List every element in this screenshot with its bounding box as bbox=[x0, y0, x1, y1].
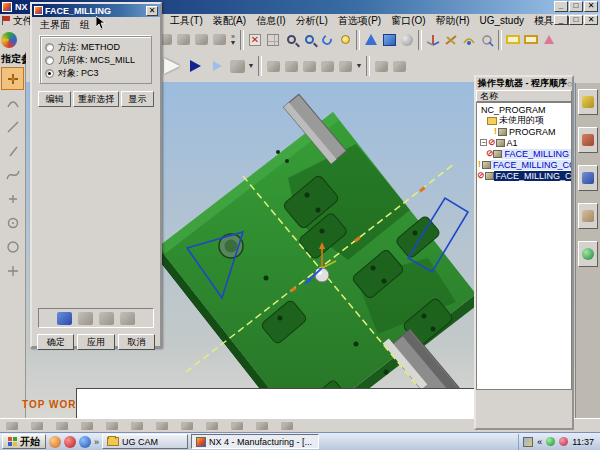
tab-main[interactable]: 主界面 bbox=[40, 18, 70, 32]
replay-icon[interactable] bbox=[78, 312, 93, 325]
new-part-icon[interactable] bbox=[0, 30, 18, 50]
status-icon[interactable] bbox=[6, 422, 18, 430]
tray-red-icon[interactable] bbox=[559, 437, 568, 446]
postprocess-icon[interactable] bbox=[390, 56, 408, 76]
radio-method[interactable]: 方法: METHOD bbox=[45, 41, 148, 54]
tree-item-face-milling[interactable]: ⊘ FACE_MILLING bbox=[477, 148, 571, 159]
toolbar-dropdown[interactable]: ▼ bbox=[246, 63, 256, 69]
mill-op-icon[interactable] bbox=[336, 56, 354, 76]
mill-op-icon[interactable] bbox=[264, 56, 282, 76]
taskbar-window-ugcam[interactable]: UG CAM bbox=[102, 434, 188, 449]
status-icon[interactable] bbox=[56, 422, 68, 430]
toolbar-icon[interactable] bbox=[174, 30, 192, 50]
tree-item-face-milling-co2[interactable]: ⊘ FACE_MILLING_CO bbox=[477, 170, 571, 181]
quick-launch-icon[interactable] bbox=[49, 436, 61, 448]
datum-icon[interactable] bbox=[442, 30, 460, 50]
menu-analysis[interactable]: 分析(L) bbox=[291, 14, 333, 28]
restore-button[interactable]: □ bbox=[569, 1, 583, 12]
radio-circle[interactable] bbox=[45, 56, 54, 65]
cone-display-icon[interactable] bbox=[362, 30, 380, 50]
child-close-button[interactable]: ✕ bbox=[584, 15, 598, 25]
zoom-icon[interactable] bbox=[282, 30, 300, 50]
zoom-in-icon[interactable] bbox=[300, 30, 318, 50]
radio-geometry[interactable]: 几何体: MCS_MILL bbox=[45, 54, 148, 67]
child-restore-button[interactable]: □ bbox=[569, 15, 583, 25]
circle-icon[interactable] bbox=[1, 235, 24, 258]
radio-circle[interactable] bbox=[45, 43, 54, 52]
assembly-navigator-tab[interactable] bbox=[578, 89, 598, 115]
list-icon[interactable] bbox=[120, 312, 135, 325]
line-icon[interactable] bbox=[1, 115, 24, 138]
radio-object[interactable]: 对象: PC3 bbox=[45, 67, 148, 80]
menu-info[interactable]: 信息(I) bbox=[251, 14, 290, 28]
quick-launch-icon[interactable] bbox=[79, 436, 91, 448]
status-icon[interactable] bbox=[181, 422, 193, 430]
mill-op-icon[interactable] bbox=[318, 56, 336, 76]
status-icon[interactable] bbox=[131, 422, 143, 430]
generate-icon[interactable] bbox=[57, 312, 72, 325]
close-view-icon[interactable]: ✕ bbox=[246, 30, 264, 50]
tab-groups[interactable]: 组 bbox=[80, 18, 90, 32]
status-icon[interactable] bbox=[31, 422, 43, 430]
dialog-close-icon[interactable]: ✕ bbox=[146, 6, 158, 16]
toolbar-icon[interactable] bbox=[192, 30, 210, 50]
toolbar-icon[interactable] bbox=[210, 30, 228, 50]
status-icon[interactable] bbox=[206, 422, 218, 430]
status-icon[interactable] bbox=[81, 422, 93, 430]
csys-icon[interactable] bbox=[424, 30, 442, 50]
operation-navigator-tab[interactable] bbox=[578, 165, 598, 191]
apply-button[interactable]: 应用 bbox=[77, 334, 114, 350]
minimize-button[interactable]: _ bbox=[554, 1, 568, 12]
ok-button[interactable]: 确定 bbox=[37, 334, 74, 350]
display-button[interactable]: 显示 bbox=[121, 91, 154, 107]
grid-icon[interactable] bbox=[264, 30, 282, 50]
start-button[interactable]: 开始 bbox=[2, 434, 46, 449]
quick-launch-overflow[interactable]: » bbox=[94, 437, 99, 447]
tree-item-program[interactable]: ! PROGRAM bbox=[477, 126, 571, 137]
plus-icon[interactable] bbox=[1, 259, 24, 282]
circle-center-icon[interactable] bbox=[1, 211, 24, 234]
spline-icon[interactable] bbox=[1, 163, 24, 186]
reselect-button[interactable]: 重新选择 bbox=[73, 91, 119, 107]
clock[interactable]: 11:37 bbox=[572, 437, 594, 447]
toolbar-overflow[interactable]: »▼ bbox=[228, 34, 238, 46]
toolbar-dropdown[interactable]: ▼ bbox=[354, 63, 364, 69]
radio-circle-selected[interactable] bbox=[45, 69, 54, 78]
machine-icon[interactable] bbox=[228, 56, 246, 76]
menu-assembly[interactable]: 装配(A) bbox=[208, 14, 251, 28]
line2-icon[interactable] bbox=[1, 139, 24, 162]
status-icon[interactable] bbox=[231, 422, 243, 430]
pin-icon[interactable]: ○ bbox=[567, 79, 572, 89]
quick-launch-icon[interactable] bbox=[64, 436, 76, 448]
sketch-icon[interactable] bbox=[460, 30, 478, 50]
generate-toolpath-icon[interactable] bbox=[184, 56, 206, 76]
layout-icon[interactable] bbox=[504, 30, 522, 50]
taskbar-window-nx4[interactable]: NX 4 - Manufacturing - [... bbox=[191, 434, 319, 449]
shaded-view-icon[interactable] bbox=[380, 30, 398, 50]
tray-chevron[interactable]: « bbox=[537, 437, 542, 447]
menu-help[interactable]: 帮助(H) bbox=[431, 14, 475, 28]
part-navigator-tab[interactable] bbox=[578, 127, 598, 153]
machine-tool-navigator-tab[interactable] bbox=[578, 203, 598, 229]
cancel-button[interactable]: 取消 bbox=[118, 334, 155, 350]
name-column-header[interactable]: 名称 bbox=[476, 90, 572, 102]
child-minimize-button[interactable]: _ bbox=[554, 15, 568, 25]
tray-app-icon[interactable] bbox=[523, 437, 533, 447]
point-select-icon[interactable] bbox=[1, 67, 24, 90]
replay-toolpath-icon[interactable] bbox=[206, 56, 228, 76]
mill-op-icon[interactable] bbox=[282, 56, 300, 76]
status-icon[interactable] bbox=[106, 422, 118, 430]
tray-green-icon[interactable] bbox=[546, 437, 555, 446]
render-style-icon[interactable] bbox=[336, 30, 354, 50]
verify-icon[interactable] bbox=[372, 56, 390, 76]
wireframe-icon[interactable] bbox=[398, 30, 416, 50]
status-icon[interactable] bbox=[256, 422, 268, 430]
edit-button[interactable]: 编辑 bbox=[38, 91, 71, 107]
measure-icon[interactable] bbox=[478, 30, 496, 50]
arc-icon[interactable] bbox=[1, 91, 24, 114]
tree-item-face-milling-co1[interactable]: ! FACE_MILLING_CO bbox=[477, 159, 571, 170]
mill-op-icon[interactable] bbox=[300, 56, 318, 76]
integrated-browser-tab[interactable] bbox=[578, 241, 598, 267]
status-icon[interactable] bbox=[156, 422, 168, 430]
menu-window[interactable]: 窗口(O) bbox=[386, 14, 430, 28]
